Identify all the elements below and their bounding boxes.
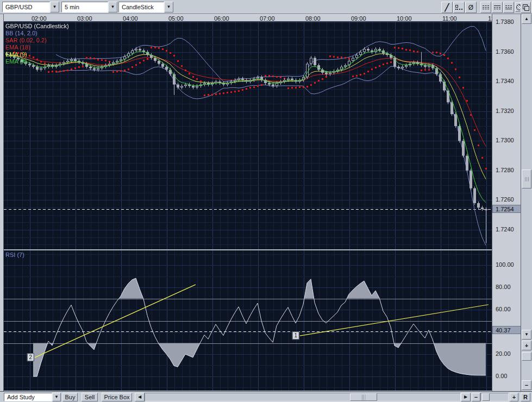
time-tick-label: 09:00: [351, 15, 366, 22]
price-tick-label: 1.7380: [496, 18, 514, 25]
scroll-right-button[interactable]: ▶: [461, 393, 471, 401]
price-tick-label: 1.7320: [496, 108, 514, 114]
scroll-down-button[interactable]: ▼: [522, 330, 531, 340]
time-tick-label: 03:00: [77, 15, 92, 22]
horizontal-zoom-thumb[interactable]: [482, 393, 490, 401]
price-tick-label: 1.7260: [496, 196, 514, 203]
left-gutter: [0, 14, 4, 391]
reset-chart-button[interactable]: R: [521, 393, 530, 401]
sell-button[interactable]: Sell: [82, 393, 98, 401]
time-tick-label: 02:00: [32, 15, 47, 22]
add-study-select-value: Add Study: [7, 394, 35, 400]
chevron-down-icon: ▼: [111, 5, 115, 9]
grid-style-solid-top-button[interactable]: [492, 2, 503, 13]
zoom-out-vertical-button[interactable]: −: [522, 380, 531, 390]
current-rsi-value: 40.37: [496, 327, 511, 334]
price-tick-label: 1.7280: [496, 167, 514, 173]
time-axis: 02:0003:0004:0005:0006:0007:0008:0009:00…: [4, 14, 492, 22]
time-tick-label: 11:00: [442, 15, 457, 22]
rsi-tick-label: 100.00: [496, 261, 514, 268]
price-axis: 1.7254 40.37 1.73801.73601.73401.73201.7…: [492, 14, 521, 391]
arrow-left-icon: ◀: [138, 395, 141, 399]
minus-icon: −: [474, 394, 478, 400]
line-tool-button[interactable]: ╱: [441, 2, 453, 13]
rsi-tick-label: 0.00: [496, 373, 507, 379]
time-tick-label: 10:00: [397, 15, 412, 22]
symbol-select-arrow-button[interactable]: ▼: [50, 2, 59, 12]
vertical-zoom-thumb[interactable]: [522, 352, 531, 361]
chart-type-select-value: CandleStick: [122, 4, 154, 10]
chevron-down-icon: ▼: [167, 5, 171, 9]
chart-type-select-arrow-button[interactable]: ▼: [164, 2, 173, 12]
thumb-grip-icon: [362, 394, 366, 400]
horizontal-zoom-track[interactable]: [480, 393, 509, 401]
bottom-toolbar: Add Study ▼ Buy Sell Price Box ◀ ▶ − + R: [0, 391, 532, 402]
top-toolbar: GBP/USD ▼ 5 min ▼ CandleStick ▼ ╱ Ø: [0, 0, 532, 14]
current-rsi-box: 40.37: [492, 326, 521, 334]
chart-type-select[interactable]: CandleStick: [118, 2, 164, 12]
arrow-down-icon: ▼: [524, 332, 529, 337]
erase-tool-button[interactable]: Ø: [465, 2, 477, 13]
grid-style-solid-top-icon: [494, 4, 500, 10]
main-price-chart[interactable]: [4, 22, 492, 249]
grid-style-solid-bottom-button[interactable]: [503, 2, 514, 13]
cascade-windows-button[interactable]: [521, 2, 531, 13]
grid-style-solid-bottom-icon: [505, 4, 512, 10]
annotation-tool-icon: [455, 5, 462, 10]
buy-button[interactable]: Buy: [62, 393, 78, 401]
zoom-in-vertical-button[interactable]: +: [522, 341, 531, 350]
annotation-tool-button[interactable]: [453, 2, 465, 13]
grid-style-dashed-icon: [483, 4, 489, 10]
thumb-grip-icon: [525, 177, 529, 181]
arrow-right-icon: ▶: [464, 395, 467, 399]
price-tick-label: 1.7300: [496, 137, 514, 143]
time-tick-label: 07:00: [260, 15, 275, 22]
plus-icon: +: [512, 394, 516, 400]
scroll-left-button[interactable]: ◀: [135, 393, 145, 401]
horizontal-scroll-thumb[interactable]: [350, 393, 377, 401]
symbol-select[interactable]: GBP/USD: [2, 2, 50, 12]
rsi-panel-title: RSI (7): [5, 252, 24, 258]
rsi-indicator-chart[interactable]: [4, 250, 492, 391]
price-tick-label: 1.7240: [496, 226, 514, 233]
rsi-tick-label: 20.00: [496, 350, 511, 357]
horizontal-scroll-track[interactable]: [145, 393, 461, 401]
interval-select-value: 5 min: [65, 4, 79, 10]
chart-application-window: GBP/USD ▼ 5 min ▼ CandleStick ▼ ╱ Ø: [0, 0, 532, 402]
grid-style-dashed-button[interactable]: [480, 2, 491, 13]
interval-select-arrow-button[interactable]: ▼: [108, 2, 117, 12]
price-tick-label: 1.7340: [496, 78, 514, 84]
time-tick-label: 08:00: [305, 15, 321, 22]
time-tick-label: 04:00: [123, 15, 138, 22]
line-tool-icon: ╱: [445, 3, 449, 11]
chevron-down-icon: ▼: [53, 5, 57, 9]
vertical-scroll-thumb[interactable]: [522, 169, 531, 189]
zoom-out-horizontal-button[interactable]: −: [472, 393, 480, 401]
interval-select[interactable]: 5 min: [61, 2, 108, 12]
add-study-arrow-button[interactable]: ▼: [52, 393, 61, 401]
symbol-select-value: GBP/USD: [5, 4, 33, 10]
chevron-down-icon: ▼: [54, 395, 59, 399]
minus-icon: −: [525, 382, 528, 388]
cascade-windows-icon: [523, 4, 529, 11]
vertical-scrollbar: ▲ ▼ + −: [521, 14, 531, 391]
price-tick-label: 1.7360: [496, 48, 514, 55]
erase-tool-icon: Ø: [468, 4, 473, 11]
arrow-up-icon: ▲: [524, 17, 529, 21]
time-tick-label: 06:00: [214, 15, 229, 22]
current-price-value: 1.7254: [496, 206, 514, 212]
zoom-in-horizontal-button[interactable]: +: [510, 393, 518, 401]
current-price-box: 1.7254: [492, 205, 521, 213]
rsi-tick-label: 80.00: [496, 284, 511, 290]
add-study-select[interactable]: Add Study: [4, 393, 52, 401]
scroll-up-button[interactable]: ▲: [522, 14, 531, 24]
price-box-button[interactable]: Price Box: [102, 393, 132, 401]
time-tick-label: 05:00: [168, 15, 184, 22]
rsi-tick-label: 60.00: [496, 306, 511, 312]
time-tick-label: 12: [488, 15, 492, 22]
plus-icon: +: [525, 342, 528, 349]
